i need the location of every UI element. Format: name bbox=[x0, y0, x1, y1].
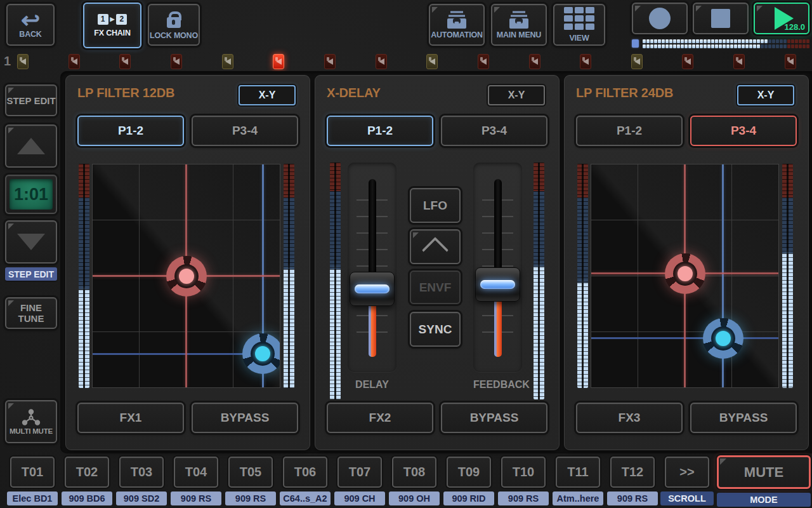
fx2-button[interactable]: FX2 bbox=[327, 403, 433, 433]
step-down-button[interactable] bbox=[5, 220, 57, 264]
main-menu-label: MAIN MENU bbox=[497, 30, 541, 39]
track-button-t12[interactable]: T12 bbox=[610, 457, 655, 488]
page-p12-button[interactable]: P1-2 bbox=[77, 116, 184, 146]
blue-puck[interactable] bbox=[703, 318, 743, 359]
delay-fader[interactable] bbox=[348, 163, 396, 372]
page-p34-button[interactable]: P3-4 bbox=[441, 116, 547, 146]
envf-button[interactable]: ENVF bbox=[410, 271, 461, 304]
track-sound-label: C64..s_A2 bbox=[280, 491, 331, 505]
view-button[interactable]: VIEW bbox=[553, 4, 605, 46]
xy-pad[interactable] bbox=[92, 164, 280, 388]
multi-mute-button[interactable]: MULTI MUTE bbox=[5, 400, 57, 443]
blue-puck[interactable] bbox=[242, 333, 280, 374]
fader-handle[interactable] bbox=[475, 267, 520, 302]
fine-tune-button[interactable]: FINE TUNE bbox=[5, 297, 57, 329]
track-fx-indicator bbox=[682, 54, 693, 69]
record-button[interactable] bbox=[632, 3, 688, 34]
xy-mode-button[interactable]: X-Y bbox=[488, 85, 545, 105]
fx-chain-icon: 1 ▶ 2 bbox=[98, 14, 128, 25]
fx-panel-3: LP FILTER 24DB X-Y P1-2 P3-4 FX3 BYPASS bbox=[564, 75, 809, 450]
fader-value-stem bbox=[369, 301, 376, 357]
gstomper-fx-screen: ↩ BACK 1 ▶ 2 FX CHAIN LOCK MONO AUTOMATI… bbox=[0, 0, 812, 508]
fx-chain-button[interactable]: 1 ▶ 2 FX CHAIN bbox=[83, 3, 141, 48]
fader-handle[interactable] bbox=[350, 272, 395, 306]
position-value: 1:01 bbox=[10, 179, 53, 210]
multi-mute-icon bbox=[20, 408, 42, 427]
track-button-t03[interactable]: T03 bbox=[119, 457, 164, 488]
back-label: BACK bbox=[19, 30, 41, 39]
track-column: T03909 SD2 bbox=[114, 455, 169, 507]
multi-mute-label: MULTI MUTE bbox=[10, 427, 53, 435]
track-fx-indicator bbox=[478, 54, 489, 69]
delay-label: DELAY bbox=[348, 379, 396, 391]
track-fx-indicator bbox=[222, 54, 233, 69]
track-fx-indicator bbox=[17, 54, 29, 69]
track-column: T08909 OH bbox=[387, 455, 442, 507]
back-arrow-icon: ↩ bbox=[21, 11, 40, 30]
arrow-up-icon bbox=[17, 138, 45, 154]
record-icon bbox=[649, 8, 671, 29]
page-p34-button[interactable]: P3-4 bbox=[690, 116, 797, 146]
fx1-button[interactable]: FX1 bbox=[77, 403, 184, 433]
track-column: T12909 RS bbox=[605, 455, 660, 507]
stop-button[interactable] bbox=[693, 3, 749, 34]
automation-label: AUTOMATION bbox=[431, 30, 483, 39]
track-fx-indicator bbox=[733, 54, 745, 69]
meter-row-2 bbox=[643, 44, 810, 48]
track-button-t04[interactable]: T04 bbox=[174, 457, 218, 488]
step-edit-mode-badge: STEP EDIT bbox=[5, 267, 57, 281]
bypass-button[interactable]: BYPASS bbox=[192, 403, 298, 433]
track-fx-indicator bbox=[324, 54, 336, 69]
xy-pad[interactable] bbox=[591, 164, 779, 388]
track-column: T06C64..s_A2 bbox=[278, 455, 332, 507]
step-edit-top-button[interactable]: STEP EDIT bbox=[5, 84, 57, 116]
panel-title: LP FILTER 12DB bbox=[77, 86, 174, 100]
track-column: T10909 RS bbox=[496, 455, 551, 507]
bypass-button[interactable]: BYPASS bbox=[441, 403, 547, 433]
track-sound-label: 909 RS bbox=[498, 491, 549, 505]
feedback-fader[interactable] bbox=[473, 163, 522, 372]
grid-view-icon bbox=[564, 7, 594, 30]
page-p12-button[interactable]: P1-2 bbox=[576, 116, 683, 146]
play-button[interactable]: 128.0 bbox=[754, 3, 809, 34]
track-button-t09[interactable]: T09 bbox=[447, 457, 491, 488]
main-menu-button[interactable]: MAIN MENU bbox=[491, 4, 547, 46]
track-button-t05[interactable]: T05 bbox=[228, 457, 273, 488]
track-button-t06[interactable]: T06 bbox=[283, 457, 327, 488]
track-button-t07[interactable]: T07 bbox=[337, 457, 382, 488]
mute-button[interactable]: MUTE bbox=[717, 455, 811, 489]
track-column: T01Elec BD1 bbox=[5, 455, 60, 507]
fader-track bbox=[369, 179, 376, 276]
step-up-button[interactable] bbox=[5, 124, 57, 168]
track-button-t08[interactable]: T08 bbox=[392, 457, 436, 488]
sync-button[interactable]: SYNC bbox=[410, 312, 461, 347]
scroll-right-button[interactable]: >> bbox=[665, 457, 709, 488]
track-column: T07909 CH bbox=[332, 455, 387, 507]
track-button-t02[interactable]: T02 bbox=[65, 457, 109, 488]
track-sound-label: 909 RS bbox=[607, 491, 658, 505]
page-p12-button[interactable]: P1-2 bbox=[327, 116, 433, 146]
fx3-button[interactable]: FX3 bbox=[576, 403, 683, 433]
xy-mode-button[interactable]: X-Y bbox=[737, 85, 794, 105]
automation-button[interactable]: AUTOMATION bbox=[429, 4, 485, 46]
bypass-button[interactable]: BYPASS bbox=[690, 403, 797, 433]
back-button[interactable]: ↩ BACK bbox=[6, 4, 55, 46]
position-display: 1:01 bbox=[5, 175, 57, 214]
page-p34-button[interactable]: P3-4 bbox=[192, 116, 298, 146]
lock-mono-button[interactable]: LOCK MONO bbox=[148, 4, 200, 46]
track-fx-indicator bbox=[631, 54, 643, 69]
fx-panel-2: X-DELAY X-Y P1-2 P3-4 LFO ENVF SYNC DELA… bbox=[315, 75, 560, 450]
scroll-column: >> SCROLL bbox=[660, 455, 714, 507]
track-fx-indicator bbox=[426, 54, 438, 69]
track-button-t10[interactable]: T10 bbox=[501, 457, 546, 488]
lock-mono-label: LOCK MONO bbox=[150, 31, 198, 40]
track-button-t01[interactable]: T01 bbox=[10, 457, 55, 488]
red-puck[interactable] bbox=[665, 253, 705, 294]
red-puck[interactable] bbox=[166, 256, 207, 297]
lfo-shape-button[interactable] bbox=[410, 229, 461, 264]
level-meter-right bbox=[782, 164, 793, 388]
track-button-t11[interactable]: T11 bbox=[556, 457, 600, 488]
fader-track bbox=[494, 179, 502, 271]
xy-mode-button[interactable]: X-Y bbox=[239, 85, 296, 105]
lfo-button[interactable]: LFO bbox=[410, 188, 461, 223]
